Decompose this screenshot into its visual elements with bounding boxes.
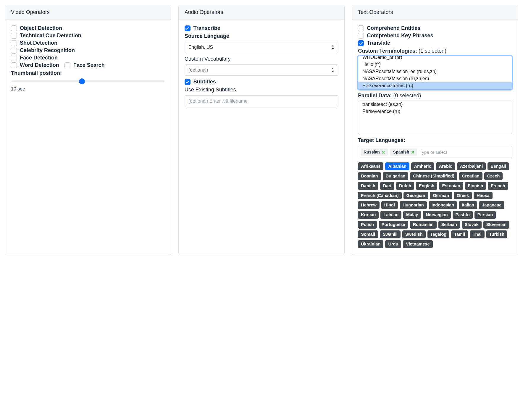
language-pill[interactable]: Serbian [438, 221, 460, 229]
language-pill[interactable]: Hausa [474, 192, 493, 200]
video-operators-header: Video Operators [5, 5, 171, 20]
target-language-tag: Spanish✕ [390, 148, 417, 156]
word-detection-checkbox[interactable] [11, 62, 17, 68]
language-pill[interactable]: Afrikaans [358, 162, 383, 170]
custom-vocab-select[interactable]: (optional) [185, 64, 339, 76]
celebrity-recognition-label: Celebrity Recognition [20, 47, 75, 54]
language-pill[interactable]: Bengali [488, 162, 509, 170]
language-pill[interactable]: Romanian [410, 221, 437, 229]
comprehend-entities-checkbox[interactable] [358, 25, 364, 31]
face-search-checkbox[interactable] [64, 62, 70, 68]
language-pill[interactable]: Tagalog [427, 230, 450, 238]
custom-term-option[interactable]: PerseveranceTerms (ru) [358, 82, 512, 89]
language-pill[interactable]: Ukrainian [358, 240, 383, 248]
parallel-data-listbox[interactable]: translateact (es,zh)Perseverance (ru) [358, 101, 512, 134]
language-pill[interactable]: Vietnamese [403, 240, 432, 248]
celebrity-recognition-checkbox[interactable] [11, 48, 17, 54]
source-language-select[interactable]: English, US [185, 42, 339, 53]
shot-detection-checkbox[interactable] [11, 40, 17, 46]
parallel-data-option[interactable]: Perseverance (ru) [358, 108, 512, 115]
chevron-updown-icon [332, 45, 335, 49]
language-pill[interactable]: Georgian [403, 192, 428, 200]
language-pill[interactable]: Urdu [385, 240, 401, 248]
face-detection-checkbox[interactable] [11, 55, 17, 61]
language-pill[interactable]: Polish [358, 221, 377, 229]
translate-checkbox[interactable] [358, 40, 364, 46]
text-operators-header: Text Operators [352, 5, 518, 20]
language-pill[interactable]: Turkish [486, 230, 507, 238]
subtitles-checkbox[interactable] [185, 79, 191, 85]
transcribe-checkbox[interactable] [185, 25, 191, 31]
text-operators-panel: Text Operators Comprehend Entities Compr… [352, 5, 518, 255]
translate-label: Translate [367, 40, 390, 46]
parallel-data-option[interactable]: translateact (es,zh) [358, 101, 512, 108]
language-pill[interactable]: German [430, 192, 452, 200]
language-pill[interactable]: Malay [403, 211, 421, 219]
language-pill[interactable]: Croatian [459, 172, 482, 180]
custom-term-option[interactable]: NASARosettaMission_es (ru,es,zh) [358, 68, 512, 75]
language-pill[interactable]: Bosnian [358, 172, 381, 180]
video-operators-panel: Video Operators Object Detection Technic… [5, 5, 171, 255]
language-pill[interactable]: Hindi [381, 201, 398, 209]
language-pill[interactable]: Slovak [462, 221, 482, 229]
object-detection-label: Object Detection [20, 25, 62, 31]
remove-tag-icon[interactable]: ✕ [382, 150, 385, 154]
language-pill[interactable]: Estonian [439, 182, 463, 190]
language-pill[interactable]: French [488, 182, 508, 190]
language-pill[interactable]: Danish [358, 182, 378, 190]
language-pill[interactable]: Czech [484, 172, 503, 180]
language-pill[interactable]: Thai [470, 230, 485, 238]
target-languages-input[interactable]: Russian✕Spanish✕ Type or select [358, 146, 512, 158]
custom-term-option[interactable]: NASARosettaMission (ru,zh,es) [358, 75, 512, 82]
thumbnail-slider-value: 10 sec [11, 86, 165, 92]
language-pill[interactable]: Indonesian [429, 201, 457, 209]
technical-cue-checkbox[interactable] [11, 33, 17, 39]
comprehend-key-phrases-checkbox[interactable] [358, 33, 364, 39]
language-pill[interactable]: Albanian [385, 162, 409, 170]
language-pill[interactable]: Hungarian [400, 201, 427, 209]
thumbnail-slider-handle[interactable] [79, 78, 85, 84]
language-pill[interactable]: Slovenian [483, 221, 510, 229]
custom-terminologies-label: Custom Terminologies: (1 selected) [358, 48, 512, 54]
language-pill[interactable]: Greek [454, 192, 472, 200]
language-pill[interactable]: Japanese [479, 201, 504, 209]
thumbnail-slider[interactable] [12, 80, 164, 82]
language-pill[interactable]: Latvian [380, 211, 401, 219]
language-pill[interactable]: Italian [459, 201, 477, 209]
transcribe-label: Transcribe [193, 25, 220, 31]
language-pill[interactable]: Amharic [411, 162, 434, 170]
language-pill[interactable]: Norwegian [423, 211, 451, 219]
language-pill[interactable]: Tamil [451, 230, 468, 238]
language-pill-cloud: AfrikaansAlbanianAmharicArabicAzerbaijan… [358, 162, 512, 248]
remove-tag-icon[interactable]: ✕ [411, 150, 415, 154]
language-pill[interactable]: Portuguese [379, 221, 408, 229]
language-pill[interactable]: English [416, 182, 437, 190]
language-pill[interactable]: Swahili [380, 230, 401, 238]
language-pill[interactable]: Finnish [465, 182, 486, 190]
custom-term-option[interactable]: WHODemo_ar (ar) [358, 56, 512, 61]
custom-terminologies-listbox[interactable]: WHODemo_ar (ar)Hello (fr)NASARosettaMiss… [358, 56, 512, 90]
audio-operators-panel: Audio Operators Transcribe Source Langua… [178, 5, 345, 255]
language-pill[interactable]: Arabic [436, 162, 455, 170]
face-search-label: Face Search [73, 62, 105, 68]
language-pill[interactable]: French (Canadian) [358, 192, 401, 200]
comprehend-key-phrases-label: Comprehend Key Phrases [367, 33, 433, 39]
language-pill[interactable]: Korean [358, 211, 379, 219]
language-pill[interactable]: Bulgarian [383, 172, 409, 180]
language-pill[interactable]: Somali [358, 230, 378, 238]
language-pill[interactable]: Swedish [402, 230, 426, 238]
custom-term-option[interactable]: Hello (fr) [358, 61, 512, 68]
use-existing-subtitles-label: Use Existing Subtitles [185, 87, 339, 93]
comprehend-entities-label: Comprehend Entities [367, 25, 420, 31]
language-pill[interactable]: Azerbaijani [457, 162, 486, 170]
language-pill[interactable]: Pashto [453, 211, 473, 219]
language-pill[interactable]: Persian [474, 211, 496, 219]
subtitles-label: Subtitles [193, 79, 216, 85]
language-pill[interactable]: Dutch [396, 182, 414, 190]
object-detection-checkbox[interactable] [11, 25, 17, 31]
language-pill[interactable]: Dari [380, 182, 394, 190]
subtitles-filename-input[interactable] [185, 95, 339, 107]
face-detection-label: Face Detection [20, 55, 58, 61]
language-pill[interactable]: Chinese (Simplified) [410, 172, 457, 180]
language-pill[interactable]: Hebrew [358, 201, 379, 209]
